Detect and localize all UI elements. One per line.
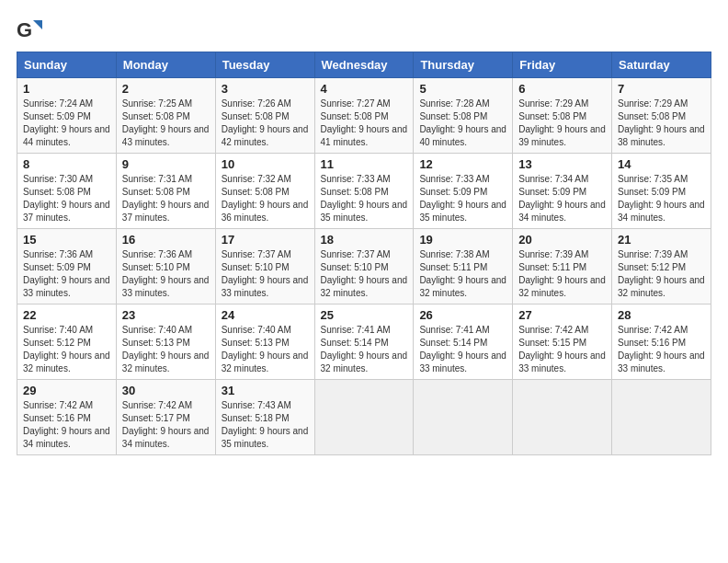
calendar-cell: 19 Sunrise: 7:38 AMSunset: 5:11 PMDaylig… <box>414 229 513 304</box>
week-row-1: 1 Sunrise: 7:24 AMSunset: 5:09 PMDayligh… <box>17 78 711 154</box>
day-number: 20 <box>518 233 606 247</box>
calendar-cell: 9 Sunrise: 7:31 AMSunset: 5:08 PMDayligh… <box>116 154 215 229</box>
day-info: Sunrise: 7:42 AMSunset: 5:16 PMDaylight:… <box>618 325 705 373</box>
day-info: Sunrise: 7:25 AMSunset: 5:08 PMDaylight:… <box>122 98 210 147</box>
calendar-cell: 18 Sunrise: 7:37 AMSunset: 5:10 PMDaylig… <box>314 229 414 304</box>
day-info: Sunrise: 7:30 AMSunset: 5:08 PMDaylight:… <box>23 174 110 223</box>
weekday-header-row: SundayMondayTuesdayWednesdayThursdayFrid… <box>17 52 711 78</box>
day-info: Sunrise: 7:31 AMSunset: 5:08 PMDaylight:… <box>122 174 210 223</box>
calendar-cell: 4 Sunrise: 7:27 AMSunset: 5:08 PMDayligh… <box>314 78 414 154</box>
day-number: 11 <box>321 157 408 171</box>
week-row-2: 8 Sunrise: 7:30 AMSunset: 5:08 PMDayligh… <box>17 154 711 229</box>
day-info: Sunrise: 7:43 AMSunset: 5:18 PMDaylight:… <box>222 400 309 449</box>
calendar-cell: 24 Sunrise: 7:40 AMSunset: 5:13 PMDaylig… <box>215 304 314 380</box>
calendar-cell: 21 Sunrise: 7:39 AMSunset: 5:12 PMDaylig… <box>612 229 711 304</box>
weekday-header-tuesday: Tuesday <box>215 52 314 78</box>
day-number: 27 <box>518 308 606 322</box>
day-info: Sunrise: 7:24 AMSunset: 5:09 PMDaylight:… <box>23 98 110 147</box>
day-info: Sunrise: 7:36 AMSunset: 5:09 PMDaylight:… <box>23 249 110 298</box>
day-number: 19 <box>419 233 506 247</box>
calendar-cell: 27 Sunrise: 7:42 AMSunset: 5:15 PMDaylig… <box>513 304 612 380</box>
day-number: 7 <box>618 82 705 96</box>
day-number: 2 <box>122 82 210 96</box>
day-number: 25 <box>321 308 408 322</box>
calendar-cell: 1 Sunrise: 7:24 AMSunset: 5:09 PMDayligh… <box>17 78 117 154</box>
calendar-cell: 17 Sunrise: 7:37 AMSunset: 5:10 PMDaylig… <box>215 229 314 304</box>
logo-icon: G <box>17 17 42 42</box>
calendar-cell: 7 Sunrise: 7:29 AMSunset: 5:08 PMDayligh… <box>612 78 711 154</box>
day-number: 15 <box>23 233 110 247</box>
day-number: 8 <box>23 157 110 171</box>
day-number: 9 <box>122 157 210 171</box>
calendar-cell: 29 Sunrise: 7:42 AMSunset: 5:16 PMDaylig… <box>17 380 117 455</box>
calendar-cell: 13 Sunrise: 7:34 AMSunset: 5:09 PMDaylig… <box>513 154 612 229</box>
day-info: Sunrise: 7:39 AMSunset: 5:11 PMDaylight:… <box>518 249 606 298</box>
calendar-cell: 6 Sunrise: 7:29 AMSunset: 5:08 PMDayligh… <box>513 78 612 154</box>
day-number: 1 <box>23 82 110 96</box>
day-number: 29 <box>23 384 110 397</box>
svg-text:G: G <box>17 18 32 41</box>
day-info: Sunrise: 7:40 AMSunset: 5:13 PMDaylight:… <box>222 325 309 373</box>
day-info: Sunrise: 7:40 AMSunset: 5:12 PMDaylight:… <box>23 325 110 373</box>
calendar-cell: 25 Sunrise: 7:41 AMSunset: 5:14 PMDaylig… <box>314 304 414 380</box>
day-info: Sunrise: 7:29 AMSunset: 5:08 PMDaylight:… <box>518 98 606 147</box>
calendar-cell <box>414 380 513 455</box>
week-row-3: 15 Sunrise: 7:36 AMSunset: 5:09 PMDaylig… <box>17 229 711 304</box>
calendar-cell: 20 Sunrise: 7:39 AMSunset: 5:11 PMDaylig… <box>513 229 612 304</box>
day-number: 6 <box>518 82 606 96</box>
day-number: 12 <box>419 157 506 171</box>
day-number: 21 <box>618 233 705 247</box>
calendar-cell: 16 Sunrise: 7:36 AMSunset: 5:10 PMDaylig… <box>116 229 215 304</box>
calendar-cell: 28 Sunrise: 7:42 AMSunset: 5:16 PMDaylig… <box>612 304 711 380</box>
day-info: Sunrise: 7:37 AMSunset: 5:10 PMDaylight:… <box>321 249 408 298</box>
day-info: Sunrise: 7:41 AMSunset: 5:14 PMDaylight:… <box>321 325 408 373</box>
day-info: Sunrise: 7:32 AMSunset: 5:08 PMDaylight:… <box>222 174 309 223</box>
day-number: 4 <box>321 82 408 96</box>
calendar-cell: 31 Sunrise: 7:43 AMSunset: 5:18 PMDaylig… <box>215 380 314 455</box>
calendar-cell: 23 Sunrise: 7:40 AMSunset: 5:13 PMDaylig… <box>116 304 215 380</box>
week-row-4: 22 Sunrise: 7:40 AMSunset: 5:12 PMDaylig… <box>17 304 711 380</box>
calendar-cell: 26 Sunrise: 7:41 AMSunset: 5:14 PMDaylig… <box>414 304 513 380</box>
day-number: 30 <box>122 384 210 397</box>
day-number: 31 <box>222 384 309 397</box>
day-number: 3 <box>222 82 309 96</box>
day-info: Sunrise: 7:38 AMSunset: 5:11 PMDaylight:… <box>419 249 506 298</box>
day-info: Sunrise: 7:40 AMSunset: 5:13 PMDaylight:… <box>122 325 210 373</box>
day-number: 13 <box>518 157 606 171</box>
calendar-cell: 22 Sunrise: 7:40 AMSunset: 5:12 PMDaylig… <box>17 304 117 380</box>
day-number: 14 <box>618 157 705 171</box>
day-info: Sunrise: 7:29 AMSunset: 5:08 PMDaylight:… <box>618 98 705 147</box>
calendar-cell <box>612 380 711 455</box>
calendar-cell: 12 Sunrise: 7:33 AMSunset: 5:09 PMDaylig… <box>414 154 513 229</box>
day-info: Sunrise: 7:41 AMSunset: 5:14 PMDaylight:… <box>419 325 506 373</box>
calendar-cell: 11 Sunrise: 7:33 AMSunset: 5:08 PMDaylig… <box>314 154 414 229</box>
header: G <box>17 17 711 42</box>
day-info: Sunrise: 7:42 AMSunset: 5:15 PMDaylight:… <box>518 325 606 373</box>
calendar-header: SundayMondayTuesdayWednesdayThursdayFrid… <box>17 52 711 78</box>
calendar-table: SundayMondayTuesdayWednesdayThursdayFrid… <box>17 52 711 455</box>
day-info: Sunrise: 7:33 AMSunset: 5:09 PMDaylight:… <box>419 174 506 223</box>
day-info: Sunrise: 7:28 AMSunset: 5:08 PMDaylight:… <box>419 98 506 147</box>
day-number: 26 <box>419 308 506 322</box>
svg-marker-1 <box>33 20 42 29</box>
day-info: Sunrise: 7:34 AMSunset: 5:09 PMDaylight:… <box>518 174 606 223</box>
day-number: 5 <box>419 82 506 96</box>
calendar-cell: 5 Sunrise: 7:28 AMSunset: 5:08 PMDayligh… <box>414 78 513 154</box>
calendar-cell <box>513 380 612 455</box>
calendar-cell: 8 Sunrise: 7:30 AMSunset: 5:08 PMDayligh… <box>17 154 117 229</box>
calendar-cell: 15 Sunrise: 7:36 AMSunset: 5:09 PMDaylig… <box>17 229 117 304</box>
day-info: Sunrise: 7:35 AMSunset: 5:09 PMDaylight:… <box>618 174 705 223</box>
day-number: 28 <box>618 308 705 322</box>
weekday-header-sunday: Sunday <box>17 52 117 78</box>
calendar-cell: 2 Sunrise: 7:25 AMSunset: 5:08 PMDayligh… <box>116 78 215 154</box>
weekday-header-wednesday: Wednesday <box>314 52 414 78</box>
calendar-cell: 3 Sunrise: 7:26 AMSunset: 5:08 PMDayligh… <box>215 78 314 154</box>
day-info: Sunrise: 7:26 AMSunset: 5:08 PMDaylight:… <box>222 98 309 147</box>
day-info: Sunrise: 7:33 AMSunset: 5:08 PMDaylight:… <box>321 174 408 223</box>
day-info: Sunrise: 7:42 AMSunset: 5:17 PMDaylight:… <box>122 400 210 449</box>
calendar-body: 1 Sunrise: 7:24 AMSunset: 5:09 PMDayligh… <box>17 78 711 455</box>
weekday-header-saturday: Saturday <box>612 52 711 78</box>
day-number: 22 <box>23 308 110 322</box>
day-number: 16 <box>122 233 210 247</box>
day-info: Sunrise: 7:42 AMSunset: 5:16 PMDaylight:… <box>23 400 110 449</box>
